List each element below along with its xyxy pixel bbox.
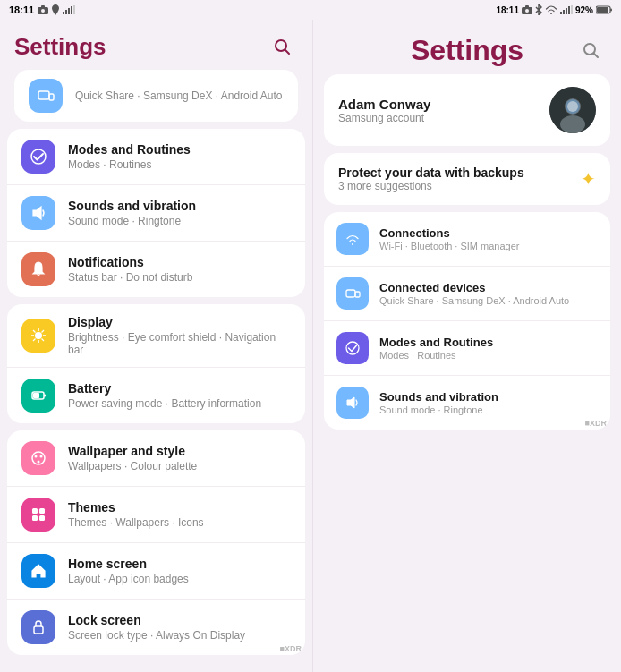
- home-item[interactable]: Home screen Layout · App icon badges: [7, 543, 305, 600]
- svg-rect-5: [68, 8, 70, 14]
- profile-card[interactable]: Adam Conway Samsung account: [324, 74, 610, 146]
- bluetooth-icon: [535, 4, 542, 15]
- photo-icon-right: [522, 5, 532, 14]
- settings-card-1: Modes and Routines Modes · Routines Soun…: [7, 129, 305, 297]
- svg-point-52: [567, 101, 578, 112]
- display-icon: [21, 319, 55, 353]
- modes-item[interactable]: Modes and Routines Modes · Routines: [7, 129, 305, 185]
- watermark-right: ■XDR: [585, 419, 607, 428]
- backup-subtitle: 3 more suggestions: [338, 180, 524, 192]
- modes-title: Modes and Routines: [68, 142, 291, 157]
- sound-item[interactable]: Sounds and vibration Sound mode · Ringto…: [7, 185, 305, 242]
- svg-rect-1: [41, 5, 45, 8]
- connected-item[interactable]: Connected devices Quick Share · Samsung …: [324, 267, 610, 321]
- svg-rect-9: [525, 5, 529, 8]
- svg-line-30: [33, 330, 36, 333]
- svg-line-47: [594, 54, 599, 58]
- svg-rect-36: [44, 395, 46, 397]
- svg-point-2: [41, 9, 45, 13]
- svg-rect-17: [597, 7, 608, 13]
- svg-rect-3: [63, 12, 64, 14]
- themes-item[interactable]: Themes Themes · Wallpapers · Icons: [7, 487, 305, 543]
- connected-title: Connected devices: [379, 281, 598, 294]
- sound-subtitle: Sound mode · Ringtone: [68, 215, 291, 227]
- wallpaper-item[interactable]: Wallpaper and style Wallpapers · Colour …: [7, 430, 305, 487]
- notif-icon: [21, 252, 55, 286]
- sound-title: Sounds and vibration: [68, 199, 291, 213]
- svg-point-25: [35, 332, 42, 339]
- svg-rect-7: [73, 5, 75, 14]
- notif-title: Notifications: [68, 255, 291, 269]
- svg-rect-21: [38, 91, 49, 99]
- svg-rect-45: [34, 626, 43, 634]
- lock-subtitle: Screen lock type · Always On Display: [68, 629, 291, 642]
- wallpaper-title: Wallpaper and style: [68, 444, 291, 458]
- right-sound-icon: [336, 387, 369, 419]
- themes-text: Themes Themes · Wallpapers · Icons: [68, 500, 291, 529]
- settings-card-3: Wallpaper and style Wallpapers · Colour …: [7, 430, 305, 655]
- wallpaper-subtitle: Wallpapers · Colour palette: [68, 460, 291, 472]
- connections-item[interactable]: Connections Wi-Fi · Bluetooth · SIM mana…: [324, 212, 610, 267]
- display-subtitle: Brightness · Eye comfort shield · Naviga…: [68, 331, 291, 356]
- lock-glyph: [30, 618, 47, 636]
- right-search-button[interactable]: [574, 34, 607, 66]
- sparkle-icon: ✦: [581, 168, 596, 190]
- devices-icon: [37, 87, 55, 105]
- photo-icon: [38, 5, 48, 14]
- modes-text: Modes and Routines Modes · Routines: [68, 142, 291, 171]
- avatar-image: [549, 87, 596, 133]
- svg-rect-42: [39, 508, 45, 514]
- home-text: Home screen Layout · App icon badges: [68, 557, 291, 585]
- right-modes-icon: [336, 332, 369, 364]
- house-icon: [30, 562, 47, 580]
- location-icon: [52, 4, 59, 15]
- right-sound-item[interactable]: Sounds and vibration Sound mode · Ringto…: [324, 376, 610, 430]
- svg-marker-24: [33, 207, 41, 219]
- right-search-icon: [582, 41, 600, 59]
- checkmark-icon: [30, 148, 47, 166]
- modes-subtitle: Modes · Routines: [68, 158, 291, 171]
- left-panel: Settings Quick Share · Samsung DeX · And…: [0, 20, 313, 672]
- battery-settings-icon: [21, 379, 55, 413]
- notif-item[interactable]: Notifications Status bar · Do not distur…: [7, 242, 305, 297]
- svg-rect-13: [566, 8, 567, 14]
- display-item[interactable]: Display Brightness · Eye comfort shield …: [7, 304, 305, 368]
- home-title: Home screen: [68, 557, 291, 571]
- connections-sub: Wi-Fi · Bluetooth · SIM manager: [379, 241, 598, 251]
- right-panel: Settings Adam Conway Samsung account: [313, 20, 621, 672]
- lock-item[interactable]: Lock screen Screen lock type · Always On…: [7, 600, 305, 655]
- quick-share-card[interactable]: Quick Share · Samsung DeX · Android Auto: [14, 70, 298, 122]
- left-search-button[interactable]: [266, 30, 298, 63]
- right-checkmark-icon: [345, 340, 361, 356]
- battery-item[interactable]: Battery Power saving mode · Battery info…: [7, 368, 305, 423]
- right-modes-item[interactable]: Modes and Routines Modes · Routines: [324, 321, 610, 376]
- battery-title: Battery: [68, 381, 291, 396]
- svg-rect-12: [563, 10, 565, 14]
- sun-icon: [30, 327, 47, 345]
- time-right: 18:11: [496, 5, 519, 15]
- svg-rect-6: [71, 6, 72, 14]
- svg-line-31: [42, 339, 45, 342]
- connections-icon: [336, 223, 369, 255]
- svg-marker-56: [347, 397, 354, 408]
- themes-title: Themes: [68, 500, 291, 515]
- right-content: Adam Conway Samsung account Protect: [313, 74, 621, 672]
- display-text: Display Brightness · Eye comfort shield …: [68, 315, 291, 356]
- svg-rect-43: [32, 515, 38, 521]
- right-modes-text: Modes and Routines Modes · Routines: [379, 336, 598, 361]
- svg-rect-22: [49, 94, 54, 100]
- signal-bars-icon: [63, 5, 75, 14]
- devices-settings-icon: [345, 285, 361, 302]
- backup-card[interactable]: Protect your data with backups 3 more su…: [324, 153, 610, 205]
- svg-point-38: [35, 455, 38, 458]
- right-modes-sub: Modes · Routines: [379, 350, 598, 361]
- svg-point-39: [40, 455, 43, 458]
- wallpaper-icon: [21, 441, 55, 475]
- battery-percent: 92%: [575, 5, 593, 15]
- svg-line-20: [285, 50, 290, 55]
- profile-subtitle: Samsung account: [338, 112, 430, 124]
- quick-share-subtitle: Quick Share · Samsung DeX · Android Auto: [75, 89, 282, 102]
- right-modes-title: Modes and Routines: [379, 336, 598, 349]
- sound-text: Sounds and vibration Sound mode · Ringto…: [68, 199, 291, 227]
- right-sound-sub: Sound mode · Ringtone: [379, 404, 598, 415]
